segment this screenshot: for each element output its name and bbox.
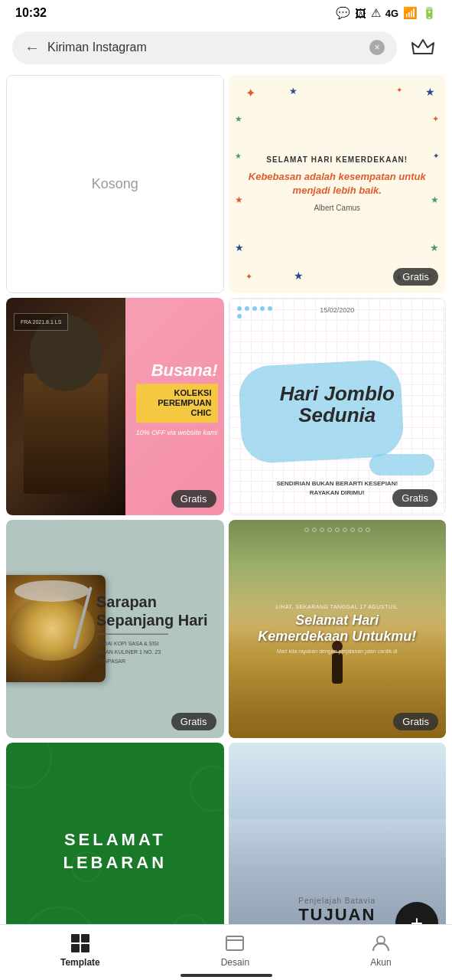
fashion-overlay: FRA 2021.8.1 LS	[14, 313, 68, 331]
warning-icon: ⚠	[371, 6, 381, 20]
signal-icon: 4G	[385, 8, 398, 19]
independence-title: SELAMAT HARI KEMERDEKAAN!	[266, 155, 408, 164]
valentine-title: Hari Jomblo	[280, 382, 395, 404]
valentine-date: 15/02/2020	[229, 306, 446, 314]
star-8: ★	[430, 242, 439, 253]
breakfast-info: KEDAI KOPI SASA & SISI JALAN KULINER 1 N…	[96, 639, 216, 665]
nav-item-desain[interactable]: Desain	[221, 933, 249, 968]
akun-nav-label: Akun	[370, 957, 391, 968]
star-3: ✦	[396, 86, 402, 94]
kosong-label: Kosong	[92, 176, 138, 192]
fashion-photo-label: FRA 2021.8.1 LS	[21, 319, 61, 325]
nav-item-akun[interactable]: Akun	[370, 933, 392, 968]
status-bar: 10:32 💬 🖼 ⚠ 4G 📶 🔋	[0, 0, 452, 24]
gratis-badge-5: Gratis	[393, 713, 438, 730]
breakfast-divider	[96, 634, 168, 635]
valentine-main-text: Hari Jomblo Sedunia	[280, 382, 395, 426]
food-photo	[6, 575, 106, 682]
star-1: ✦	[246, 86, 255, 100]
search-text: Kiriman Instagram	[47, 41, 362, 54]
star-5: ★	[235, 114, 242, 124]
svg-rect-4	[226, 936, 243, 950]
gratis-badge-1: Gratis	[393, 268, 438, 286]
template-nav-label: Template	[60, 957, 100, 968]
koleksi-line2: PEREMPUAN	[142, 398, 212, 408]
star-2: ★	[289, 86, 298, 96]
busana-text: Busana!	[136, 361, 218, 381]
search-bar: ← Kiriman Instagram ×	[12, 31, 397, 64]
independence2-content: LIHAT, SEKARANG TANGGAL 17 AGUSTUS. Sela…	[229, 520, 447, 738]
battery-icon: 🔋	[422, 6, 437, 20]
whatsapp-icon: 💬	[336, 6, 350, 20]
discount-text: 10% OFF via website kami	[136, 430, 218, 437]
template-card-independence1[interactable]: ✦ ★ ✦ ★ ★ ✦ ★ ★ ✦ ★ ★ ✦ ★ ✦ ★ ★ SELAMAT …	[229, 75, 447, 293]
desain-nav-label: Desain	[221, 957, 249, 968]
svg-rect-3	[81, 944, 89, 952]
search-clear-button[interactable]: ×	[369, 40, 385, 55]
network-icon: 📶	[403, 6, 418, 20]
sky-bg	[229, 743, 447, 819]
koleksi-line3: CHIC	[142, 408, 212, 418]
status-icons: 💬 🖼 ⚠ 4G 📶 🔋	[336, 6, 437, 20]
indep2-bottom-text: Mari kita rayakan dengan perjalanan jala…	[277, 648, 398, 654]
template-grid: Kosong ✦ ★ ✦ ★ ★ ✦ ★ ★ ✦ ★ ★ ✦ ★ ✦ ★ ★	[0, 72, 452, 980]
indep2-top-text: LIHAT, SEKARANG TANGGAL 17 AGUSTUS.	[276, 604, 398, 609]
star-7: ★	[235, 242, 244, 253]
independence-quote: Kebebasan adalah kesempatan untuk menjad…	[241, 170, 434, 198]
breakfast-info3: DENPASAR	[96, 656, 216, 665]
crown-icon	[411, 37, 435, 58]
star-10: ★	[294, 270, 304, 282]
gratis-badge-4: Gratis	[171, 713, 216, 730]
star-9: ✦	[246, 272, 252, 282]
indep2-main-text: Selamat Hari Kemerdekaan Untukmu!	[258, 612, 416, 645]
back-button[interactable]: ←	[24, 39, 40, 57]
valentine-subtitle: SENDIRIAN BUKAN BERARTI KESEPIAN! RAYAKA…	[229, 479, 446, 498]
star-14: ✦	[433, 152, 439, 160]
valentine-subtitle-text: SENDIRIAN BUKAN BERARTI KESEPIAN! RAYAKA…	[229, 479, 446, 498]
star-4: ★	[425, 86, 435, 98]
status-time: 10:32	[15, 6, 47, 20]
star-13: ★	[235, 152, 242, 160]
template-card-breakfast[interactable]: Sarapan Sepanjang Hari KEDAI KOPI SASA &…	[6, 520, 224, 738]
template-card-independence2[interactable]: LIHAT, SEKARANG TANGGAL 17 AGUSTUS. Sela…	[229, 520, 447, 738]
star-6: ✦	[432, 114, 439, 124]
breakfast-info1: KEDAI KOPI SASA & SISI	[96, 639, 216, 648]
template-card-valentine[interactable]: 15/02/2020 Hari Jomblo Sedunia SENDIRIAN…	[229, 298, 447, 516]
nav-item-template[interactable]: Template	[60, 933, 100, 968]
gratis-badge-2: Gratis	[171, 490, 216, 508]
desain-icon	[224, 933, 246, 954]
akun-icon	[370, 933, 392, 954]
valentine-title2: Sedunia	[280, 404, 395, 426]
independence-author: Albert Camus	[314, 204, 360, 212]
brush-small	[369, 454, 434, 475]
lebaran-line2: LEBARAN	[63, 853, 167, 873]
home-indicator	[180, 974, 272, 977]
template-card-kosong[interactable]: Kosong	[6, 75, 224, 293]
gallery-icon: 🖼	[355, 7, 366, 20]
svg-rect-2	[71, 944, 80, 952]
svg-rect-0	[71, 934, 80, 942]
svg-rect-1	[81, 934, 89, 942]
bottom-nav: Template Desain Akun	[0, 924, 452, 980]
fashion-content: Busana! KOLEKSI PEREMPUAN CHIC 10% OFF v…	[136, 361, 218, 437]
breakfast-title: Sarapan Sepanjang Hari	[96, 593, 216, 629]
template-icon	[70, 933, 91, 954]
lebaran-line1: SELAMAT	[64, 830, 166, 850]
crown-button[interactable]	[406, 31, 440, 64]
breakfast-content: Sarapan Sepanjang Hari KEDAI KOPI SASA &…	[96, 593, 216, 665]
koleksi-line1: KOLEKSI	[142, 388, 212, 398]
breakfast-info2: JALAN KULINER 1 NO. 23	[96, 648, 216, 656]
search-bar-container: ← Kiriman Instagram ×	[0, 24, 452, 72]
template-card-fashion[interactable]: FRA 2021.8.1 LS Busana! KOLEKSI PEREMPUA…	[6, 298, 224, 516]
